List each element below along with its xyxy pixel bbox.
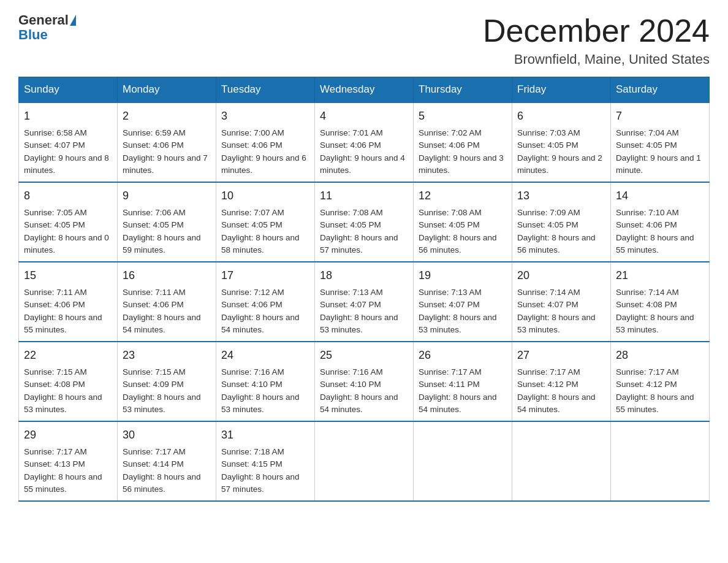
day-header-monday: Monday — [118, 77, 216, 103]
day-number: 17 — [221, 267, 309, 284]
day-number: 29 — [24, 427, 112, 443]
day-number: 5 — [419, 108, 507, 124]
calendar-cell: 14Sunrise: 7:10 AMSunset: 4:06 PMDayligh… — [611, 182, 710, 262]
calendar-cell: 6Sunrise: 7:03 AMSunset: 4:05 PMDaylight… — [512, 102, 611, 182]
calendar-cell: 11Sunrise: 7:08 AMSunset: 4:05 PMDayligh… — [315, 182, 414, 262]
calendar-cell: 29Sunrise: 7:17 AMSunset: 4:13 PMDayligh… — [19, 421, 118, 501]
calendar-cell — [315, 421, 414, 501]
week-row-2: 8Sunrise: 7:05 AMSunset: 4:05 PMDaylight… — [19, 182, 710, 262]
calendar-cell: 8Sunrise: 7:05 AMSunset: 4:05 PMDaylight… — [19, 182, 118, 262]
week-row-3: 15Sunrise: 7:11 AMSunset: 4:06 PMDayligh… — [19, 262, 710, 342]
logo-triangle-icon — [70, 15, 76, 26]
week-row-5: 29Sunrise: 7:17 AMSunset: 4:13 PMDayligh… — [19, 421, 710, 501]
day-header-saturday: Saturday — [611, 77, 710, 103]
day-number: 31 — [221, 427, 309, 443]
calendar-cell: 23Sunrise: 7:15 AMSunset: 4:09 PMDayligh… — [118, 342, 216, 421]
day-number: 22 — [24, 347, 112, 364]
calendar-cell: 7Sunrise: 7:04 AMSunset: 4:05 PMDaylight… — [611, 102, 710, 182]
month-title: December 2024 — [483, 12, 710, 49]
day-number: 26 — [419, 347, 507, 364]
title-area: December 2024 Brownfield, Maine, United … — [483, 12, 710, 67]
day-number: 11 — [320, 188, 408, 204]
day-number: 25 — [320, 347, 408, 364]
day-header-tuesday: Tuesday — [216, 77, 315, 103]
day-number: 4 — [320, 108, 408, 124]
day-number: 14 — [616, 188, 704, 204]
day-number: 30 — [123, 427, 211, 443]
day-number: 15 — [24, 267, 112, 284]
day-number: 13 — [517, 188, 605, 204]
day-number: 23 — [123, 347, 211, 364]
day-number: 21 — [616, 267, 704, 284]
calendar-cell: 4Sunrise: 7:01 AMSunset: 4:06 PMDaylight… — [315, 102, 414, 182]
calendar-cell: 2Sunrise: 6:59 AMSunset: 4:06 PMDaylight… — [118, 102, 216, 182]
day-number: 28 — [616, 347, 704, 364]
day-number: 7 — [616, 108, 704, 124]
calendar-cell: 17Sunrise: 7:12 AMSunset: 4:06 PMDayligh… — [216, 262, 315, 342]
day-number: 3 — [221, 108, 309, 124]
day-header-sunday: Sunday — [19, 77, 118, 103]
calendar-cell: 5Sunrise: 7:02 AMSunset: 4:06 PMDaylight… — [414, 102, 512, 182]
calendar-cell — [414, 421, 512, 501]
logo-general-text: General — [18, 12, 69, 28]
calendar-cell: 10Sunrise: 7:07 AMSunset: 4:05 PMDayligh… — [216, 182, 315, 262]
calendar-table: SundayMondayTuesdayWednesdayThursdayFrid… — [18, 77, 710, 502]
calendar-cell: 27Sunrise: 7:17 AMSunset: 4:12 PMDayligh… — [512, 342, 611, 421]
day-number: 12 — [419, 188, 507, 204]
calendar-cell: 22Sunrise: 7:15 AMSunset: 4:08 PMDayligh… — [19, 342, 118, 421]
logo-blue-text: Blue — [18, 27, 48, 43]
day-number: 20 — [517, 267, 605, 284]
calendar-cell: 15Sunrise: 7:11 AMSunset: 4:06 PMDayligh… — [19, 262, 118, 342]
day-number: 2 — [123, 108, 211, 124]
calendar-cell — [512, 421, 611, 501]
page-header: General Blue December 2024 Brownfield, M… — [18, 12, 710, 67]
day-header-thursday: Thursday — [414, 77, 512, 103]
calendar-cell: 3Sunrise: 7:00 AMSunset: 4:06 PMDaylight… — [216, 102, 315, 182]
calendar-cell: 25Sunrise: 7:16 AMSunset: 4:10 PMDayligh… — [315, 342, 414, 421]
day-number: 8 — [24, 188, 112, 204]
calendar-cell: 18Sunrise: 7:13 AMSunset: 4:07 PMDayligh… — [315, 262, 414, 342]
day-header-wednesday: Wednesday — [315, 77, 414, 103]
calendar-cell: 21Sunrise: 7:14 AMSunset: 4:08 PMDayligh… — [611, 262, 710, 342]
day-number: 24 — [221, 347, 309, 364]
day-header-row: SundayMondayTuesdayWednesdayThursdayFrid… — [19, 77, 710, 103]
calendar-cell: 12Sunrise: 7:08 AMSunset: 4:05 PMDayligh… — [414, 182, 512, 262]
calendar-cell: 20Sunrise: 7:14 AMSunset: 4:07 PMDayligh… — [512, 262, 611, 342]
calendar-cell: 28Sunrise: 7:17 AMSunset: 4:12 PMDayligh… — [611, 342, 710, 421]
calendar-cell: 13Sunrise: 7:09 AMSunset: 4:05 PMDayligh… — [512, 182, 611, 262]
location-title: Brownfield, Maine, United States — [483, 52, 710, 67]
day-number: 27 — [517, 347, 605, 364]
week-row-1: 1Sunrise: 6:58 AMSunset: 4:07 PMDaylight… — [19, 102, 710, 182]
calendar-cell: 1Sunrise: 6:58 AMSunset: 4:07 PMDaylight… — [19, 102, 118, 182]
calendar-cell: 31Sunrise: 7:18 AMSunset: 4:15 PMDayligh… — [216, 421, 315, 501]
day-header-friday: Friday — [512, 77, 611, 103]
day-number: 1 — [24, 108, 112, 124]
calendar-cell: 9Sunrise: 7:06 AMSunset: 4:05 PMDaylight… — [118, 182, 216, 262]
day-number: 10 — [221, 188, 309, 204]
day-number: 9 — [123, 188, 211, 204]
logo: General Blue — [18, 12, 77, 43]
calendar-cell: 24Sunrise: 7:16 AMSunset: 4:10 PMDayligh… — [216, 342, 315, 421]
calendar-cell: 16Sunrise: 7:11 AMSunset: 4:06 PMDayligh… — [118, 262, 216, 342]
calendar-cell — [611, 421, 710, 501]
calendar-cell: 19Sunrise: 7:13 AMSunset: 4:07 PMDayligh… — [414, 262, 512, 342]
day-number: 6 — [517, 108, 605, 124]
calendar-cell: 26Sunrise: 7:17 AMSunset: 4:11 PMDayligh… — [414, 342, 512, 421]
day-number: 16 — [123, 267, 211, 284]
calendar-cell: 30Sunrise: 7:17 AMSunset: 4:14 PMDayligh… — [118, 421, 216, 501]
week-row-4: 22Sunrise: 7:15 AMSunset: 4:08 PMDayligh… — [19, 342, 710, 421]
day-number: 19 — [419, 267, 507, 284]
day-number: 18 — [320, 267, 408, 284]
